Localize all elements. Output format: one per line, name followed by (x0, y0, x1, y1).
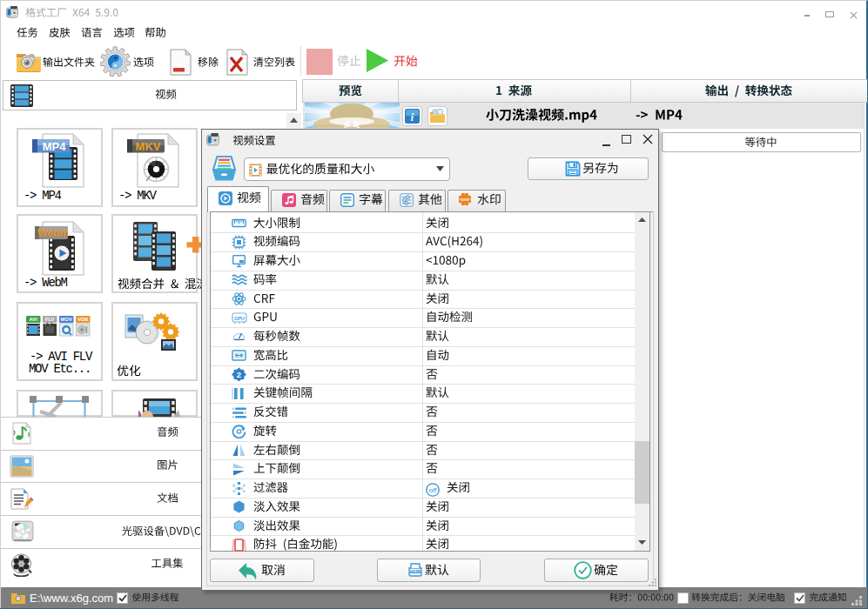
svg-text:FLV: FLV (45, 317, 55, 322)
svg-text:NEW: NEW (461, 197, 469, 202)
svg-text:off: off (429, 485, 437, 493)
svg-text:Webm: Webm (37, 227, 69, 239)
svg-text:VOB: VOB (77, 317, 89, 322)
svg-text:DEFAULT: DEFAULT (408, 570, 421, 573)
svg-text:MOV: MOV (61, 317, 72, 322)
svg-text:AVI: AVI (30, 317, 38, 322)
svg-text:GPU: GPU (234, 315, 245, 320)
svg-text:2: 2 (237, 370, 241, 379)
svg-text:MP4: MP4 (43, 140, 67, 153)
svg-text:MKV: MKV (136, 140, 161, 153)
